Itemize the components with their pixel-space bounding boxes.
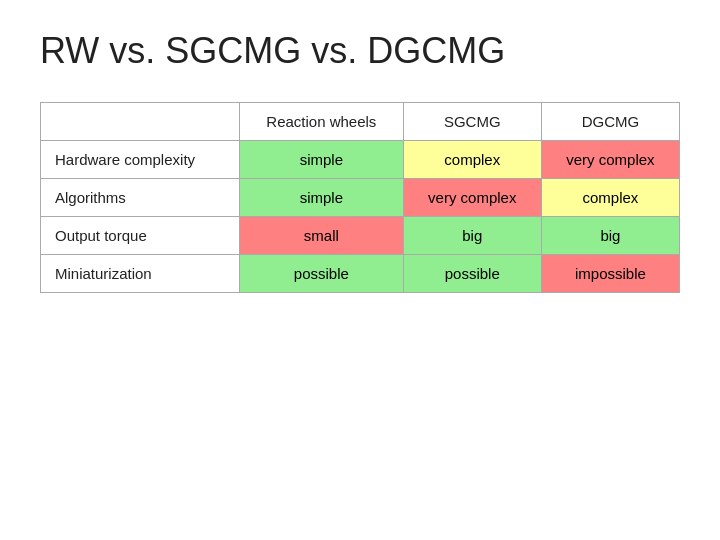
cell-dgcmg: very complex bbox=[541, 141, 679, 179]
header-rw: Reaction wheels bbox=[239, 103, 403, 141]
row-label: Output torque bbox=[41, 217, 240, 255]
header-dgcmg: DGCMG bbox=[541, 103, 679, 141]
cell-dgcmg: big bbox=[541, 217, 679, 255]
cell-rw: simple bbox=[239, 141, 403, 179]
comparison-table: Reaction wheels SGCMG DGCMG Hardware com… bbox=[40, 102, 680, 293]
table-row: Algorithmssimplevery complexcomplex bbox=[41, 179, 680, 217]
cell-rw: simple bbox=[239, 179, 403, 217]
table-header-row: Reaction wheels SGCMG DGCMG bbox=[41, 103, 680, 141]
cell-sgcmg: complex bbox=[403, 141, 541, 179]
header-empty bbox=[41, 103, 240, 141]
table-row: Miniaturizationpossiblepossibleimpossibl… bbox=[41, 255, 680, 293]
row-label: Algorithms bbox=[41, 179, 240, 217]
cell-sgcmg: big bbox=[403, 217, 541, 255]
cell-rw: small bbox=[239, 217, 403, 255]
table-row: Output torquesmallbigbig bbox=[41, 217, 680, 255]
cell-rw: possible bbox=[239, 255, 403, 293]
table-row: Hardware complexitysimplecomplexvery com… bbox=[41, 141, 680, 179]
cell-sgcmg: possible bbox=[403, 255, 541, 293]
cell-sgcmg: very complex bbox=[403, 179, 541, 217]
header-sgcmg: SGCMG bbox=[403, 103, 541, 141]
cell-dgcmg: impossible bbox=[541, 255, 679, 293]
row-label: Miniaturization bbox=[41, 255, 240, 293]
cell-dgcmg: complex bbox=[541, 179, 679, 217]
page-title: RW vs. SGCMG vs. DGCMG bbox=[40, 30, 505, 72]
row-label: Hardware complexity bbox=[41, 141, 240, 179]
